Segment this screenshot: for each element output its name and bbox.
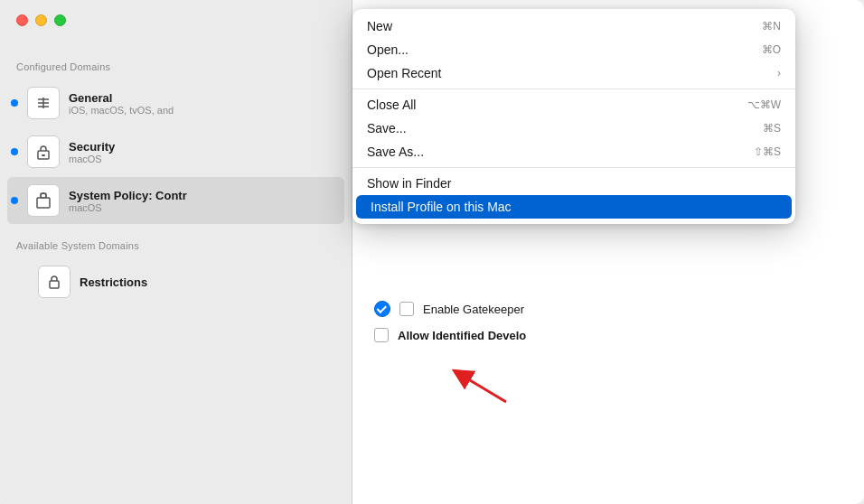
security-title: Security — [69, 140, 115, 154]
blue-dot-security — [11, 148, 18, 155]
blue-dot-general — [11, 99, 18, 107]
svg-rect-6 — [37, 198, 50, 208]
menu-item-open[interactable]: Open... ⌘O — [352, 38, 795, 61]
system-policy-title: System Policy: Contr — [69, 189, 187, 202]
menu-open-shortcut: ⌘O — [762, 43, 781, 56]
restrictions-icon — [38, 266, 70, 298]
menu-item-close-all[interactable]: Close All ⌥⌘W — [352, 93, 795, 117]
sidebar-item-general[interactable]: General iOS, macOS, tvOS, and — [7, 79, 344, 126]
sidebar-item-restrictions[interactable]: Restrictions — [7, 258, 344, 305]
menu-open-label: Open... — [367, 42, 409, 57]
general-title: General — [69, 91, 174, 105]
menu-open-recent-submenu-icon: › — [777, 67, 781, 79]
configured-domains-label: Configured Domains — [0, 51, 352, 78]
menu-save-label: Save... — [367, 121, 407, 135]
restrictions-title: Restrictions — [80, 275, 147, 289]
enable-gatekeeper-label: Enable Gatekeeper — [423, 303, 524, 316]
menu-item-open-recent[interactable]: Open Recent › — [352, 61, 795, 85]
allow-identified-checkbox[interactable] — [374, 328, 389, 342]
menu-separator-1 — [352, 89, 795, 89]
menu-item-install-profile[interactable]: Install Profile on this Mac — [356, 195, 792, 219]
maximize-button[interactable] — [54, 14, 66, 26]
allow-identified-row[interactable]: Allow Identified Develo — [374, 328, 842, 342]
system-policy-text: System Policy: Contr macOS — [69, 189, 187, 213]
menu-install-profile-label: Install Profile on this Mac — [371, 200, 512, 214]
menu-item-save[interactable]: Save... ⌘S — [352, 117, 795, 140]
context-menu: New ⌘N Open... ⌘O Open Recent › Close Al… — [352, 9, 795, 224]
menu-item-new[interactable]: New ⌘N — [352, 14, 795, 38]
security-text: Security macOS — [69, 140, 115, 164]
blue-dot-system-policy — [11, 197, 18, 204]
menu-save-shortcut: ⌘S — [763, 122, 781, 135]
menu-new-label: New — [367, 19, 392, 33]
svg-rect-5 — [42, 154, 45, 156]
restrictions-text: Restrictions — [80, 275, 147, 289]
gatekeeper-inner-checkbox[interactable] — [399, 302, 414, 316]
sidebar-item-security[interactable]: Security macOS — [7, 128, 344, 175]
enable-gatekeeper-row[interactable]: Enable Gatekeeper — [374, 301, 842, 317]
menu-close-all-label: Close All — [367, 98, 416, 112]
menu-open-recent-label: Open Recent — [367, 66, 442, 80]
menu-show-in-finder-label: Show in Finder — [367, 176, 451, 191]
security-subtitle: macOS — [69, 154, 115, 164]
menu-separator-2 — [352, 167, 795, 168]
menu-item-show-in-finder[interactable]: Show in Finder — [352, 172, 795, 195]
menu-item-save-as[interactable]: Save As... ⇧⌘S — [352, 140, 795, 163]
menu-new-shortcut: ⌘N — [762, 20, 781, 33]
gatekeeper-checkbox[interactable] — [374, 301, 390, 317]
arrow-annotation — [443, 357, 515, 411]
system-policy-subtitle: macOS — [69, 202, 187, 213]
general-icon — [27, 87, 60, 119]
menu-save-as-shortcut: ⇧⌘S — [754, 145, 781, 158]
traffic-lights — [16, 14, 66, 26]
allow-identified-label: Allow Identified Develo — [398, 329, 526, 342]
sidebar: Configured Domains General iOS, macOS, t… — [0, 0, 352, 504]
svg-rect-7 — [50, 281, 59, 288]
security-icon — [27, 135, 60, 168]
menu-save-as-label: Save As... — [367, 145, 424, 159]
close-button[interactable] — [16, 14, 28, 26]
menu-close-all-shortcut: ⌥⌘W — [747, 98, 781, 111]
sidebar-item-system-policy[interactable]: System Policy: Contr macOS — [7, 177, 344, 224]
minimize-button[interactable] — [35, 14, 47, 26]
system-policy-icon — [27, 184, 60, 217]
general-subtitle: iOS, macOS, tvOS, and — [69, 105, 174, 116]
available-domains-label: Available System Domains — [0, 226, 352, 257]
general-text: General iOS, macOS, tvOS, and — [69, 91, 174, 116]
